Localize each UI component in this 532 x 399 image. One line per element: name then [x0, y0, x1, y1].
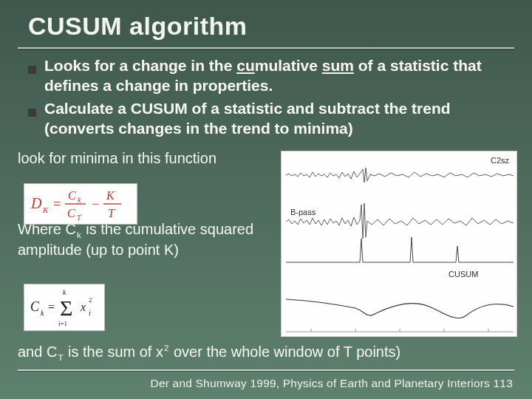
divider-bottom	[18, 369, 514, 372]
citation: Der and Shumway 1999, Physics of Earth a…	[150, 377, 513, 390]
panel-label-cusum: CUSUM	[449, 270, 478, 279]
svg-text:K: K	[42, 205, 49, 214]
svg-text:T: T	[108, 207, 115, 219]
svg-text:=: =	[53, 197, 61, 211]
waveform-panel: C2sz B-pass CUSUM	[281, 151, 517, 337]
tail-mid: is the sum of x	[64, 344, 163, 360]
tail-pre: and C	[18, 344, 57, 360]
body-p2-sub: k	[76, 230, 82, 239]
svg-text:T: T	[77, 214, 82, 222]
body-p2: Where Ck is the cumulative squared ampli…	[18, 220, 262, 259]
bullet-1-cu: cu	[236, 57, 255, 74]
svg-text:−: −	[92, 197, 99, 211]
svg-text:2: 2	[89, 296, 92, 304]
bullet-2: Calculate a CUSUM of a statistic and sub…	[30, 99, 510, 139]
body-p1: look for minima in this function	[18, 149, 262, 167]
svg-text:C: C	[68, 189, 76, 202]
svg-text:k: k	[78, 196, 81, 204]
bullet-1-text: Looks for a change in the cumulative sum…	[43, 56, 510, 96]
tail-text: and CT is the sum of x2 over the whole w…	[18, 343, 520, 363]
svg-text:k: k	[41, 309, 44, 317]
bullets: Looks for a change in the cumulative sum…	[30, 56, 510, 142]
panel-label-bpass: B-pass	[290, 208, 316, 216]
equation-dk: D K = C k C T − K T	[24, 183, 137, 225]
equation-ck: C k = Σ k i=1 x 2 i	[24, 284, 105, 331]
svg-text:=: =	[48, 301, 55, 313]
svg-text:x: x	[80, 301, 86, 313]
svg-text:K: K	[106, 189, 115, 202]
bullet-1-sum: sum	[322, 57, 354, 74]
slide: CUSUM algorithm Looks for a change in th…	[0, 0, 532, 399]
tail-post: over the whole window of T points)	[169, 344, 400, 360]
svg-text:D: D	[30, 195, 42, 211]
svg-text:k: k	[63, 288, 66, 296]
bullet-icon	[30, 56, 43, 96]
svg-text:C: C	[30, 299, 40, 314]
bullet-1-frag2: mulative	[255, 57, 322, 74]
svg-text:Σ: Σ	[60, 296, 72, 320]
bullet-1-frag: Looks for a change in the	[44, 57, 236, 74]
panel-label-c2sz: C2sz	[491, 156, 509, 165]
svg-text:C: C	[67, 207, 75, 219]
svg-text:i=1: i=1	[58, 320, 67, 327]
slide-title: CUSUM algorithm	[28, 12, 248, 41]
svg-rect-21	[282, 151, 516, 336]
bullet-icon	[30, 99, 43, 139]
divider-top	[18, 47, 514, 50]
bullet-1: Looks for a change in the cumulative sum…	[30, 56, 510, 96]
svg-text:i: i	[89, 309, 91, 317]
bullet-2-text: Calculate a CUSUM of a statistic and sub…	[43, 99, 510, 139]
